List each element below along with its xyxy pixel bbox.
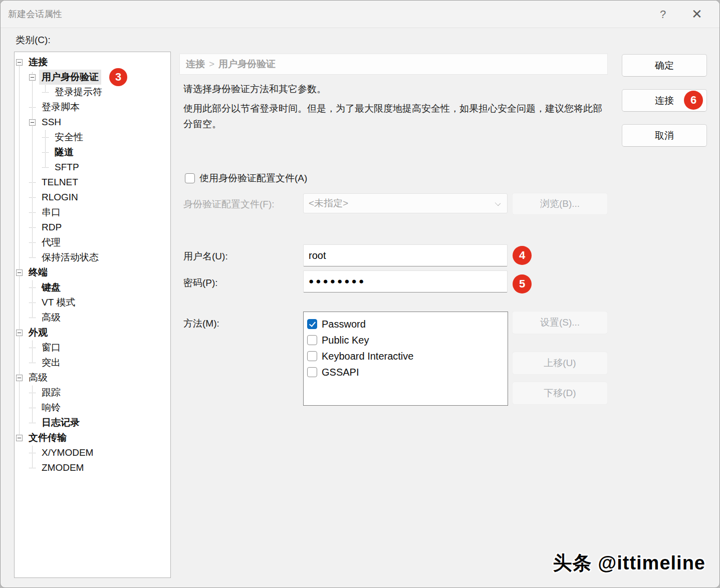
tree-item-17[interactable]: 高级 bbox=[15, 310, 170, 325]
browse-button[interactable]: 浏览(B)... bbox=[512, 193, 608, 215]
tree-item-19[interactable]: 窗口 bbox=[15, 340, 170, 355]
new-session-properties-dialog: 新建会话属性 ? ✕ 类别(C): 连接用户身份验证3登录提示符登录脚本SSH安… bbox=[0, 0, 720, 588]
tree-item-7[interactable]: SFTP bbox=[15, 160, 170, 175]
method-item-label: Keyboard Interactive bbox=[322, 351, 413, 362]
settings-button[interactable]: 设置(S)... bbox=[512, 311, 608, 334]
tree-item-9[interactable]: RLOGIN bbox=[15, 190, 170, 205]
annotation-badge-5: 5 bbox=[513, 274, 532, 293]
tree-connector-stub bbox=[29, 182, 36, 183]
window-title: 新建会话属性 bbox=[8, 1, 62, 28]
tree-connector-stub bbox=[42, 167, 49, 168]
tree-item-25[interactable]: 文件传输 bbox=[15, 430, 170, 445]
tree-connector-stub bbox=[29, 363, 36, 363]
tree-connector-stub bbox=[29, 423, 36, 423]
method-item-3[interactable]: GSSAPI bbox=[307, 364, 504, 380]
tree-item-22[interactable]: 跟踪 bbox=[15, 385, 170, 400]
tree-item-label: 连接 bbox=[26, 55, 50, 70]
collapse-minus-icon[interactable] bbox=[29, 119, 36, 126]
tree-item-label: TELNET bbox=[39, 176, 81, 189]
tree-connector-stub bbox=[29, 453, 36, 453]
method-item-label: Public Key bbox=[322, 335, 369, 346]
collapse-minus-icon[interactable] bbox=[16, 435, 23, 441]
move-up-button[interactable]: 上移(U) bbox=[512, 352, 608, 375]
collapse-minus-icon[interactable] bbox=[16, 375, 23, 381]
tree-item-8[interactable]: TELNET bbox=[15, 175, 170, 190]
tree-item-label: 登录脚本 bbox=[39, 100, 82, 115]
breadcrumb-part: 连接 bbox=[186, 59, 205, 69]
tree-item-label: 跟踪 bbox=[39, 385, 63, 400]
checkbox-unchecked-icon[interactable] bbox=[307, 335, 317, 345]
ok-button[interactable]: 确定 bbox=[622, 54, 707, 77]
tree-item-6[interactable]: 隧道 bbox=[15, 145, 170, 160]
method-item-2[interactable]: Keyboard Interactive bbox=[307, 348, 504, 364]
tree-item-2[interactable]: 登录提示符 bbox=[15, 85, 170, 100]
titlebar: 新建会话属性 ? ✕ bbox=[1, 1, 719, 28]
watermark: 头条 @ittimeline bbox=[553, 550, 705, 576]
tree-item-label: 键盘 bbox=[39, 280, 63, 295]
method-item-0[interactable]: Password bbox=[307, 316, 504, 332]
username-label: 用户名(U): bbox=[183, 250, 228, 263]
cancel-button[interactable]: 取消 bbox=[622, 124, 707, 147]
use-auth-profile-row[interactable]: 使用身份验证配置文件(A) bbox=[185, 172, 307, 185]
tree-item-18[interactable]: 外观 bbox=[15, 325, 170, 340]
checkbox-unchecked-icon[interactable] bbox=[307, 367, 317, 377]
auth-profile-dropdown[interactable]: <未指定> bbox=[303, 193, 508, 213]
tree-connector-stub bbox=[29, 348, 36, 348]
tree-item-4[interactable]: SSH bbox=[15, 115, 170, 130]
tree-item-14[interactable]: 终端 bbox=[15, 265, 170, 280]
checkbox-checked-icon[interactable] bbox=[307, 319, 317, 329]
tree-connector-stub bbox=[29, 468, 36, 468]
tree-connector-stub bbox=[29, 303, 36, 303]
tree-item-20[interactable]: 突出 bbox=[15, 355, 170, 370]
tree-item-label: 安全性 bbox=[52, 130, 86, 145]
tree-item-5[interactable]: 安全性 bbox=[15, 130, 170, 145]
help-icon[interactable]: ? bbox=[651, 1, 674, 28]
password-input[interactable] bbox=[303, 270, 508, 292]
collapse-minus-icon[interactable] bbox=[16, 330, 23, 336]
tree-item-10[interactable]: 串口 bbox=[15, 205, 170, 220]
category-label: 类别(C): bbox=[16, 34, 51, 47]
methods-listbox[interactable]: PasswordPublic KeyKeyboard InteractiveGS… bbox=[303, 312, 508, 406]
annotation-badge-6: 6 bbox=[684, 91, 703, 110]
tree-item-label: 代理 bbox=[39, 235, 63, 250]
tree-item-26[interactable]: X/YMODEM bbox=[15, 445, 170, 460]
method-item-label: GSSAPI bbox=[322, 367, 359, 378]
tree-item-label: 外观 bbox=[26, 325, 50, 340]
tree-item-16[interactable]: VT 模式 bbox=[15, 295, 170, 310]
use-auth-profile-checkbox[interactable] bbox=[185, 173, 195, 183]
tree-item-13[interactable]: 保持活动状态 bbox=[15, 250, 170, 265]
annotation-badge-4: 4 bbox=[513, 246, 532, 265]
tree-item-1[interactable]: 用户身份验证3 bbox=[15, 70, 170, 85]
use-auth-profile-label: 使用身份验证配置文件(A) bbox=[199, 172, 307, 185]
collapse-minus-icon[interactable] bbox=[16, 269, 23, 276]
tree-item-3[interactable]: 登录脚本 bbox=[15, 100, 170, 115]
tree-connector-stub bbox=[29, 287, 36, 288]
tree-item-11[interactable]: RDP bbox=[15, 220, 170, 235]
auth-profile-value: <未指定> bbox=[309, 198, 348, 208]
tree-item-24[interactable]: 日志记录 bbox=[15, 415, 170, 430]
tree-item-label: 文件传输 bbox=[26, 430, 69, 445]
tree-item-0[interactable]: 连接 bbox=[15, 55, 170, 70]
tree-connector-stub bbox=[42, 152, 49, 153]
tree-connector-stub bbox=[42, 92, 49, 93]
close-icon[interactable]: ✕ bbox=[685, 1, 708, 28]
collapse-minus-icon[interactable] bbox=[16, 59, 23, 66]
tree-item-21[interactable]: 高级 bbox=[15, 370, 170, 385]
tree-item-label: 用户身份验证 bbox=[39, 70, 101, 85]
tree-item-15[interactable]: 键盘 bbox=[15, 280, 170, 295]
tree-item-label: SSH bbox=[39, 116, 64, 129]
method-item-1[interactable]: Public Key bbox=[307, 332, 504, 348]
tree-item-label: X/YMODEM bbox=[39, 446, 96, 459]
collapse-minus-icon[interactable] bbox=[29, 74, 36, 81]
tree-item-27[interactable]: ZMODEM bbox=[15, 460, 170, 475]
username-input[interactable] bbox=[303, 244, 508, 266]
move-down-button[interactable]: 下移(D) bbox=[512, 382, 608, 405]
tree-item-23[interactable]: 响铃 bbox=[15, 400, 170, 415]
tree-item-12[interactable]: 代理 bbox=[15, 235, 170, 250]
tree-item-label: 日志记录 bbox=[39, 415, 82, 430]
tree-item-label: 突出 bbox=[39, 355, 63, 370]
tree-item-label: 响铃 bbox=[39, 400, 63, 415]
checkbox-unchecked-icon[interactable] bbox=[307, 351, 317, 361]
password-label: 密码(P): bbox=[183, 276, 218, 289]
tree-item-label: 终端 bbox=[26, 265, 50, 280]
